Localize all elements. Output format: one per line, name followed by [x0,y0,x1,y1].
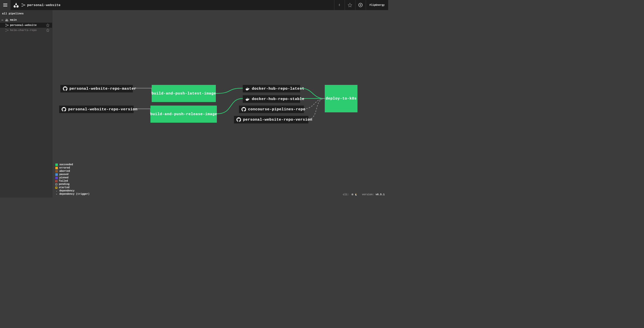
swatch-dependency: . [55,189,58,192]
pipeline-icon [22,3,25,7]
job-label: build-and-push-latest-image [151,91,216,96]
swatch-failed [55,180,57,182]
resource-concourse-pipelines-repo[interactable]: concourse-pipelines-repo [239,106,304,113]
resource-label: docker-hub-repo-latest [252,87,304,91]
legend-label: dependency (trigger) [59,193,90,195]
pipeline-canvas[interactable]: personal-website-repo-master personal-we… [52,10,388,198]
docker-icon [245,86,250,91]
pipeline-item-label: helm-charts-repo [10,29,37,32]
swatch-started [55,187,57,189]
star-icon[interactable] [46,28,50,32]
sidebar-team-row[interactable]: — main [0,17,52,23]
legend-label: failed [59,180,68,182]
sidebar-heading: all pipelines [0,10,52,17]
sidebar: all pipelines — main personal-website he… [0,10,52,198]
job-label: build-and-push-release-image [150,112,217,116]
team-name: main [10,18,17,21]
job-build-and-push-latest-image[interactable]: build-and-push-latest-image [152,85,216,102]
job-build-and-push-release-image[interactable]: build-and-push-release-image [150,106,217,123]
menu-button[interactable] [0,0,11,10]
star-icon[interactable] [46,23,50,27]
legend-label: errored [59,167,70,169]
legend-label: dependency [59,189,74,192]
docker-icon [245,97,250,101]
footer: cli: ⊞ 🐧 version: v6.5.1 [343,193,385,196]
concourse-logo[interactable] [13,2,19,8]
job-label: deploy-to-k8s [326,96,357,101]
legend: succeeded errored aborted paused pinned … [55,163,90,196]
pause-pipeline-button[interactable] [355,0,366,10]
legend-label: succeeded [59,163,73,166]
legend-label: paused [59,173,68,176]
swatch-paused [55,173,58,176]
resource-label: concourse-pipelines-repo [248,107,305,112]
github-icon [63,86,67,91]
resource-label: docker-hub-repo-stable [252,97,304,101]
swatch-succeeded [55,163,58,166]
swatch-errored [55,167,58,169]
swatch-pinned [55,177,58,179]
people-icon [5,18,9,22]
pipeline-item-label: personal-website [10,24,37,27]
topbar: personal-website FlipEnergy [0,0,388,10]
pin-button[interactable] [334,0,345,10]
resource-label: personal-website-repo-version [68,107,138,112]
job-deploy-to-k8s[interactable]: deploy-to-k8s [325,85,357,112]
resource-label: personal-website-repo-master [69,87,136,91]
pipeline-icon [6,29,9,32]
legend-label: pinned [59,176,68,179]
version-value: v6.5.1 [376,193,385,196]
github-icon [242,107,246,112]
breadcrumb-pipeline[interactable]: personal-website [27,3,61,7]
github-icon [236,117,241,122]
sidebar-item-helm-charts-repo[interactable]: helm-charts-repo [0,28,52,33]
resource-docker-hub-repo-latest[interactable]: docker-hub-repo-latest [243,85,300,92]
version-label: version: [362,193,374,196]
legend-label: pending [59,183,69,186]
resource-docker-hub-repo-stable[interactable]: docker-hub-repo-stable [243,95,300,103]
hamburger-icon [3,4,7,7]
linux-icon[interactable]: 🐧 [354,193,357,196]
windows-icon[interactable]: ⊞ [352,193,353,196]
legend-label: aborted [59,170,70,173]
favorite-button[interactable] [345,0,355,10]
pipeline-icon [6,24,9,27]
resource-personal-website-repo-version[interactable]: personal-website-repo-version [59,106,134,113]
swatch-aborted [55,170,58,173]
resource-personal-website-repo-master[interactable]: personal-website-repo-master [60,85,133,92]
swatch-dependency-trigger: - [55,193,58,195]
legend-label: started [59,186,69,189]
star-icon [348,3,352,7]
collapse-icon: — [2,18,4,21]
sidebar-item-personal-website[interactable]: personal-website [0,23,52,28]
swatch-pending [55,183,57,185]
github-icon [62,107,66,112]
user-menu[interactable]: FlipEnergy [366,0,388,10]
resource-personal-website-repo-version-2[interactable]: personal-website-repo-version [234,116,308,123]
pin-icon [338,3,341,7]
cli-label: cli: [343,193,349,196]
pause-icon [358,3,363,7]
resource-label: personal-website-repo-version [243,118,312,122]
